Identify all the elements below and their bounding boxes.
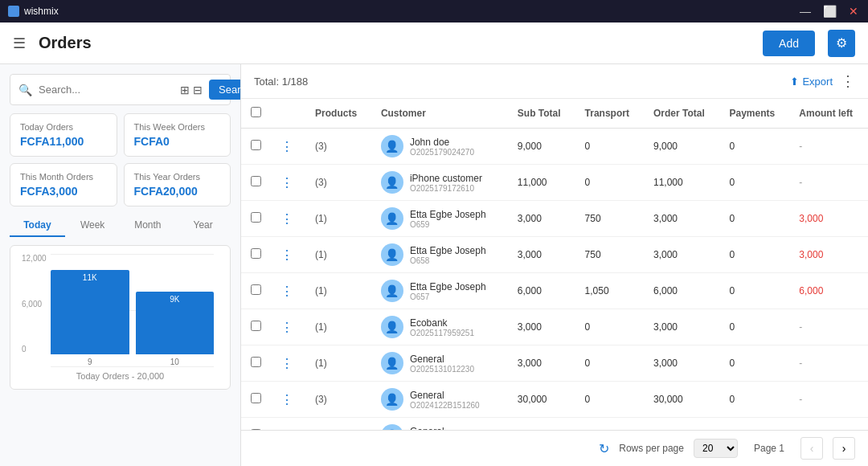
row-actions[interactable]: ⋮ <box>271 309 305 345</box>
row-customer: 👤 iPhone customer O2025179172610 <box>371 165 508 201</box>
row-checkbox-cell[interactable] <box>241 273 271 309</box>
next-page-button[interactable]: › <box>833 437 855 460</box>
row-checkbox[interactable] <box>251 212 261 223</box>
customer-info: Ecobank O2025117959251 <box>410 317 474 337</box>
total-count: Total: 1/188 <box>254 76 308 88</box>
row-subtotal: 5,000 <box>508 418 575 431</box>
row-amountleft: 3,000 <box>789 201 868 237</box>
search-input[interactable] <box>39 84 174 96</box>
search-button[interactable]: Search <box>209 80 241 100</box>
year-orders-value: FCFA20,000 <box>134 185 221 198</box>
row-subtotal: 9,000 <box>508 129 575 165</box>
row-checkbox-cell[interactable] <box>241 201 271 237</box>
row-dots-button[interactable]: ⋮ <box>280 247 293 263</box>
y-label-bot: 0 <box>22 345 47 354</box>
row-checkbox[interactable] <box>251 284 261 295</box>
row-dots-button[interactable]: ⋮ <box>280 356 293 371</box>
row-checkbox-cell[interactable] <box>241 237 271 273</box>
row-dots-button[interactable]: ⋮ <box>280 139 293 154</box>
row-customer: 👤 Etta Egbe Joseph O657 <box>371 273 508 309</box>
customer-info: Etta Egbe Joseph O659 <box>410 209 486 229</box>
row-customer: 👤 General O2025131012230 <box>371 345 508 382</box>
row-checkbox[interactable] <box>251 176 261 186</box>
sliders-icon[interactable]: ⊟ <box>193 84 203 96</box>
row-checkbox-cell[interactable] <box>241 382 271 418</box>
row-actions[interactable]: ⋮ <box>271 129 305 165</box>
week-orders-value: FCFA0 <box>134 135 221 148</box>
chart-footer: Today Orders - 20,000 <box>18 371 222 381</box>
row-checkbox[interactable] <box>251 393 261 403</box>
row-payments: 0 <box>719 237 789 273</box>
row-customer: 👤 John doe O2025179024270 <box>371 129 508 165</box>
row-ordertotal: 9,000 <box>644 129 720 165</box>
row-checkbox-cell[interactable] <box>241 309 271 345</box>
grid-filter-icon[interactable]: ⊞ <box>180 84 190 96</box>
row-amountleft: 6,000 <box>789 273 868 309</box>
refresh-button[interactable]: ↻ <box>599 441 609 456</box>
customer-id: O2025179024270 <box>410 148 474 157</box>
row-actions[interactable]: ⋮ <box>271 382 305 418</box>
restore-button[interactable]: ⬜ <box>823 5 836 18</box>
row-checkbox[interactable] <box>251 248 261 259</box>
row-actions[interactable]: ⋮ <box>271 201 305 237</box>
table-row: ⋮ (1) 👤 General O2024122B1531491 5,000 0… <box>241 418 868 431</box>
close-button[interactable]: ✕ <box>847 5 860 18</box>
header-select-all[interactable] <box>241 99 271 129</box>
customer-name: Etta Egbe Joseph <box>410 245 486 256</box>
customer-avatar: 👤 <box>381 316 403 338</box>
customer-info: iPhone customer O2025179172610 <box>410 173 482 193</box>
prev-page-button[interactable]: ‹ <box>800 437 823 460</box>
more-options-button[interactable]: ⋮ <box>841 72 855 90</box>
grid-line-top <box>51 254 214 255</box>
rows-per-page-select[interactable]: 20 50 100 <box>694 439 738 458</box>
tab-month[interactable]: Month <box>121 215 176 237</box>
minimize-button[interactable]: — <box>799 5 812 18</box>
customer-id: O2025131012230 <box>410 365 474 374</box>
row-dots-button[interactable]: ⋮ <box>280 175 293 190</box>
menu-icon[interactable]: ☰ <box>13 35 26 52</box>
row-amountleft: - <box>789 165 868 201</box>
bar-group-10: 9K 10 <box>136 292 215 366</box>
row-transport: 1,050 <box>575 273 644 309</box>
row-actions[interactable]: ⋮ <box>271 418 305 431</box>
bar-9: 11K <box>51 270 129 354</box>
row-actions[interactable]: ⋮ <box>271 345 305 382</box>
row-checkbox-cell[interactable] <box>241 345 271 382</box>
row-checkbox[interactable] <box>251 140 261 150</box>
export-button[interactable]: ⬆ Export <box>790 76 833 88</box>
bar-10-label: 9K <box>136 295 215 304</box>
page-info: Page 1 <box>747 443 791 454</box>
stat-cards: Today Orders FCFA11,000 This Week Orders… <box>10 113 231 206</box>
table-row: ⋮ (1) 👤 Etta Egbe Joseph O658 3,000 750 … <box>241 237 868 273</box>
row-actions[interactable]: ⋮ <box>271 165 305 201</box>
tab-year[interactable]: Year <box>175 215 231 237</box>
row-amountleft: - <box>789 382 868 418</box>
row-checkbox-cell[interactable] <box>241 165 271 201</box>
table-wrapper: Products Customer Sub Total Transport Or… <box>241 99 868 430</box>
row-checkbox[interactable] <box>251 357 261 367</box>
customer-avatar: 👤 <box>381 243 403 266</box>
row-checkbox-cell[interactable] <box>241 418 271 431</box>
row-actions[interactable]: ⋮ <box>271 273 305 309</box>
month-orders-label: This Month Orders <box>20 172 107 182</box>
stat-card-year: This Year Orders FCFA20,000 <box>124 163 231 206</box>
row-dots-button[interactable]: ⋮ <box>280 284 293 299</box>
tab-today[interactable]: Today <box>10 215 65 237</box>
customer-id: O2025117959251 <box>410 329 474 337</box>
grid-line-bot <box>51 366 214 367</box>
header-ordertotal: Order Total <box>644 99 720 129</box>
row-actions[interactable]: ⋮ <box>271 237 305 273</box>
select-all-checkbox[interactable] <box>251 107 261 117</box>
add-button[interactable]: Add <box>763 31 815 56</box>
row-dots-button[interactable]: ⋮ <box>280 392 293 407</box>
row-checkbox-cell[interactable] <box>241 129 271 165</box>
export-icon: ⬆ <box>790 76 799 88</box>
app-name: wishmix <box>24 6 59 17</box>
header-transport: Transport <box>575 99 644 129</box>
row-dots-button[interactable]: ⋮ <box>280 211 293 227</box>
row-dots-button[interactable]: ⋮ <box>280 320 293 335</box>
settings-button[interactable]: ⚙ <box>828 30 855 57</box>
row-checkbox[interactable] <box>251 321 261 331</box>
tab-week[interactable]: Week <box>65 215 121 237</box>
app-icon <box>8 6 19 17</box>
